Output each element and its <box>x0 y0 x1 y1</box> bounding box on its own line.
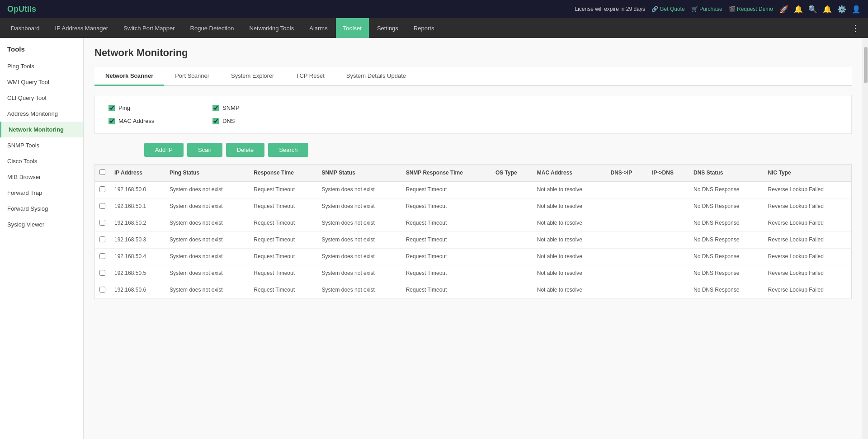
search-button[interactable]: Search <box>268 143 308 157</box>
option-ping[interactable]: Ping <box>108 104 185 111</box>
row-ip-dns-6 <box>647 282 689 299</box>
tab-system-explorer[interactable]: System Explorer <box>220 67 285 86</box>
row-ip-dns-5 <box>647 265 689 282</box>
row-mac-0: Not able to resolve <box>533 181 606 198</box>
sidebar-title: Tools <box>0 45 83 58</box>
tab-network-scanner[interactable]: Network Scanner <box>94 67 164 86</box>
results-table: IP Address Ping Status Response Time SNM… <box>95 165 851 299</box>
row-dns-status-4: No DNS Response <box>689 249 764 265</box>
row-resp-1: Request Timeout <box>249 198 317 215</box>
row-checkbox-3[interactable] <box>95 232 110 249</box>
row-mac-5: Not able to resolve <box>533 265 606 282</box>
row-dns-ip-4 <box>606 249 648 265</box>
navbar: Dashboard IP Address Manager Switch Port… <box>0 18 868 38</box>
snmp-checkbox[interactable] <box>212 105 219 111</box>
sidebar-item-network-monitoring[interactable]: Network Monitoring <box>0 122 83 137</box>
rocket-icon[interactable]: 🚀 <box>779 5 788 14</box>
request-demo-link[interactable]: 🎬 Request Demo <box>729 6 773 12</box>
row-dns-ip-6 <box>606 282 648 299</box>
row-checkbox-6[interactable] <box>95 282 110 299</box>
user-icon[interactable]: 👤 <box>852 5 861 14</box>
row-checkbox-2[interactable] <box>95 215 110 232</box>
row-dns-status-2: No DNS Response <box>689 215 764 232</box>
row-dns-status-0: No DNS Response <box>689 181 764 198</box>
row-ip-1: 192.168.50.1 <box>110 198 165 215</box>
row-os-0 <box>491 181 533 198</box>
row-snmp-resp-6: Request Timeout <box>401 282 491 299</box>
nav-switch-port-mapper[interactable]: Switch Port Mapper <box>116 18 182 38</box>
sidebar-item-syslog-viewer[interactable]: Syslog Viewer <box>0 217 83 232</box>
row-dns-status-1: No DNS Response <box>689 198 764 215</box>
delete-button[interactable]: Delete <box>226 143 265 157</box>
col-snmp-response-time: SNMP Response Time <box>401 165 491 181</box>
option-dns[interactable]: DNS <box>212 118 289 124</box>
table-row: 192.168.50.6 System does not exist Reque… <box>95 282 851 299</box>
select-all-checkbox[interactable] <box>99 169 105 175</box>
gear-icon[interactable]: ⚙️ <box>837 5 846 14</box>
nav-rogue-detection[interactable]: Rogue Detection <box>183 18 241 38</box>
sidebar-item-cisco-tools[interactable]: Cisco Tools <box>0 153 83 169</box>
alert-icon[interactable]: 🔔 <box>823 5 832 14</box>
row-dns-status-6: No DNS Response <box>689 282 764 299</box>
get-quote-link[interactable]: 🔗 Get Quote <box>651 6 685 12</box>
sidebar-item-wmi-query-tool[interactable]: WMI Query Tool <box>0 74 83 90</box>
topbar-right: License will expire in 29 days 🔗 Get Quo… <box>575 5 861 14</box>
row-os-6 <box>491 282 533 299</box>
sidebar-item-address-monitoring[interactable]: Address Monitoring <box>0 106 83 122</box>
row-resp-0: Request Timeout <box>249 181 317 198</box>
option-mac-address[interactable]: MAC Address <box>108 118 185 124</box>
row-nic-6: Reverse Lookup Failed <box>764 282 851 299</box>
main-content: Network Monitoring Network Scanner Port … <box>84 38 863 439</box>
row-snmp-resp-4: Request Timeout <box>401 249 491 265</box>
option-snmp[interactable]: SNMP <box>212 104 289 111</box>
row-nic-3: Reverse Lookup Failed <box>764 232 851 249</box>
table-row: 192.168.50.3 System does not exist Reque… <box>95 232 851 249</box>
nav-more-icon[interactable]: ⋮ <box>846 23 864 33</box>
sidebar-item-ping-tools[interactable]: Ping Tools <box>0 58 83 74</box>
nav-settings[interactable]: Settings <box>370 18 406 38</box>
purchase-link[interactable]: 🛒 Purchase <box>691 6 722 12</box>
row-nic-0: Reverse Lookup Failed <box>764 181 851 198</box>
scrollbar[interactable] <box>863 38 868 439</box>
bell-icon[interactable]: 🔔 <box>794 5 803 14</box>
row-checkbox-0[interactable] <box>95 181 110 198</box>
col-dns-ip: DNS->IP <box>606 165 648 181</box>
col-ip-dns: IP->DNS <box>647 165 689 181</box>
row-mac-6: Not able to resolve <box>533 282 606 299</box>
nav-ip-address-manager[interactable]: IP Address Manager <box>48 18 116 38</box>
sidebar-item-mib-browser[interactable]: MIB Browser <box>0 169 83 185</box>
license-notice: License will expire in 29 days <box>575 6 645 12</box>
scan-button[interactable]: Scan <box>187 143 222 157</box>
sidebar-item-forward-syslog[interactable]: Forward Syslog <box>0 201 83 217</box>
mac-checkbox[interactable] <box>108 118 115 124</box>
dns-checkbox[interactable] <box>212 118 219 124</box>
sidebar-item-forward-trap[interactable]: Forward Trap <box>0 185 83 201</box>
nav-alarms[interactable]: Alarms <box>302 18 335 38</box>
row-checkbox-5[interactable] <box>95 265 110 282</box>
nav-dashboard[interactable]: Dashboard <box>4 18 47 38</box>
row-dns-ip-5 <box>606 265 648 282</box>
tab-system-details-update[interactable]: System Details Update <box>335 67 417 86</box>
sidebar-item-snmp-tools[interactable]: SNMP Tools <box>0 137 83 153</box>
scrollbar-thumb[interactable] <box>864 47 868 83</box>
row-ping-5: System does not exist <box>165 265 249 282</box>
add-ip-button[interactable]: Add IP <box>144 143 184 157</box>
col-snmp-status: SNMP Status <box>317 165 401 181</box>
tab-tcp-reset[interactable]: TCP Reset <box>285 67 335 86</box>
nav-reports[interactable]: Reports <box>406 18 442 38</box>
table-row: 192.168.50.1 System does not exist Reque… <box>95 198 851 215</box>
sidebar-item-cli-query-tool[interactable]: CLI Query Tool <box>0 90 83 106</box>
nav-toolset[interactable]: Toolset <box>336 18 369 38</box>
nav-networking-tools[interactable]: Networking Tools <box>242 18 301 38</box>
ping-checkbox[interactable] <box>108 105 115 111</box>
action-bar: Add IP Scan Delete Search <box>94 143 852 157</box>
row-ping-2: System does not exist <box>165 215 249 232</box>
col-nic-type: NIC Type <box>764 165 851 181</box>
row-checkbox-4[interactable] <box>95 249 110 265</box>
tab-port-scanner[interactable]: Port Scanner <box>164 67 220 86</box>
options-grid: Ping SNMP MAC Address DNS <box>108 104 289 124</box>
row-checkbox-1[interactable] <box>95 198 110 215</box>
row-resp-4: Request Timeout <box>249 249 317 265</box>
row-ping-3: System does not exist <box>165 232 249 249</box>
search-icon[interactable]: 🔍 <box>808 5 817 14</box>
